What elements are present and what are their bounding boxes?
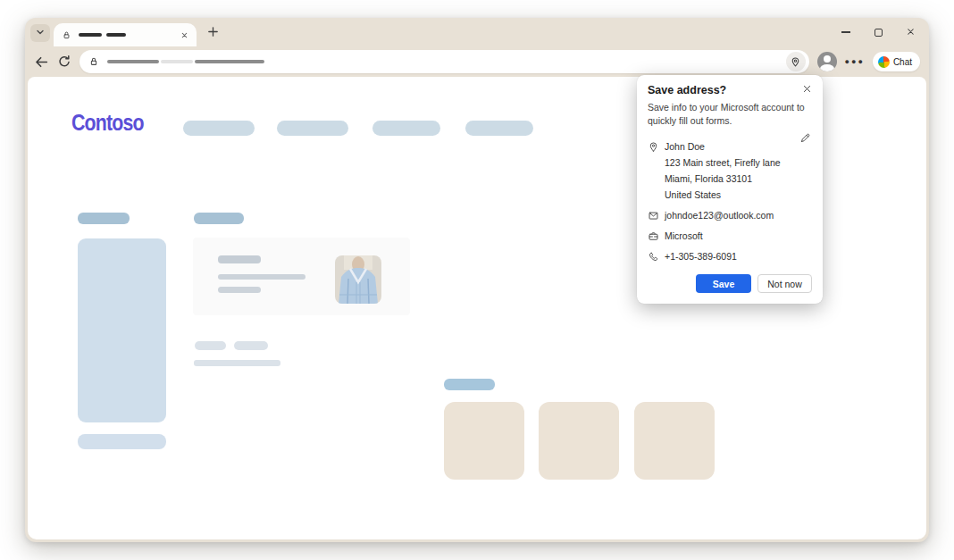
nav-link-placeholder[interactable] [277,121,348,136]
profile-avatar[interactable] [817,52,837,71]
tab-close-icon[interactable] [180,31,188,39]
button-placeholder [78,434,166,449]
heading-placeholder [78,213,130,224]
lock-icon [88,56,99,67]
browser-tab[interactable] [54,23,197,46]
copilot-icon [878,56,890,68]
email-row: johndoe123@outlook.com [648,207,812,223]
envelope-icon [648,210,659,221]
text-line-placeholder [218,287,261,293]
tag-placeholder [234,341,268,350]
new-tab-button[interactable] [204,24,222,42]
popup-close-button[interactable] [802,84,812,94]
save-address-popup: Save address? Save info to your Microsof… [637,75,823,304]
organization-row: Microsoft [648,228,812,244]
maximize-icon [874,29,883,37]
product-tile-placeholder [634,402,715,480]
phone-row: +1-305-389-6091 [648,248,812,264]
text-line-placeholder [218,274,305,280]
popup-title: Save address? [648,84,726,96]
contact-phone: +1-305-389-6091 [665,251,737,262]
text-line-placeholder [218,255,261,263]
close-window-button[interactable] [904,26,916,38]
maximize-button[interactable] [872,26,884,38]
url-placeholder [107,60,159,63]
url-placeholder [161,60,193,63]
popup-actions: Save Not now [648,274,812,293]
plus-icon [206,25,220,42]
product-tile-placeholder [444,402,524,480]
product-card [193,238,410,315]
address-line: 123 Main street, Firefly lane [648,155,812,171]
section-label-placeholder [444,379,495,390]
address-bar[interactable] [80,50,809,73]
tag-placeholder [195,341,226,350]
popup-description: Save info to your Microsoft account to q… [648,101,814,127]
tab-title-placeholder [79,33,102,37]
tab-title-placeholder [106,33,126,37]
tab-strip [25,18,929,46]
address-line: United States [648,187,812,203]
product-tile-placeholder [539,402,619,480]
site-logo: Contoso [71,109,144,137]
browser-toolbar: ●●● Chat [25,46,929,77]
save-address-indicator-button[interactable] [786,52,806,71]
sidebar-panel-placeholder [78,238,166,422]
chat-button[interactable]: Chat [873,52,920,71]
location-pin-icon [790,56,801,68]
contact-organization: Microsoft [665,230,703,241]
back-button[interactable] [34,54,49,70]
nav-link-placeholder[interactable] [183,121,255,136]
not-now-button[interactable]: Not now [757,274,812,293]
lock-icon [62,30,71,40]
briefcase-icon [648,230,659,242]
address-name-row: John Doe [648,138,812,155]
contact-email: johndoe123@outlook.com [665,210,774,221]
url-placeholder [195,60,264,63]
product-image-denim-jacket [335,255,381,304]
tab-search-button[interactable] [30,24,50,42]
contact-name: John Doe [665,141,705,152]
save-button[interactable]: Save [696,274,751,293]
more-menu-button[interactable]: ●●● [845,57,865,66]
close-icon [906,24,916,40]
phone-icon [648,251,659,263]
refresh-button[interactable] [57,54,71,69]
edit-address-button[interactable] [799,132,811,144]
chevron-down-icon [35,25,46,41]
location-pin-icon [648,141,659,153]
address-line: Miami, Florida 33101 [648,171,812,187]
chat-label: Chat [893,57,912,67]
heading-placeholder [194,213,244,224]
minimize-button[interactable] [840,26,852,38]
text-line-placeholder [194,360,280,366]
nav-link-placeholder[interactable] [372,121,440,136]
nav-link-placeholder[interactable] [465,121,533,136]
window-controls [840,26,916,38]
minimize-icon [841,31,850,33]
popup-header: Save address? [648,84,812,96]
person-icon [824,55,831,63]
